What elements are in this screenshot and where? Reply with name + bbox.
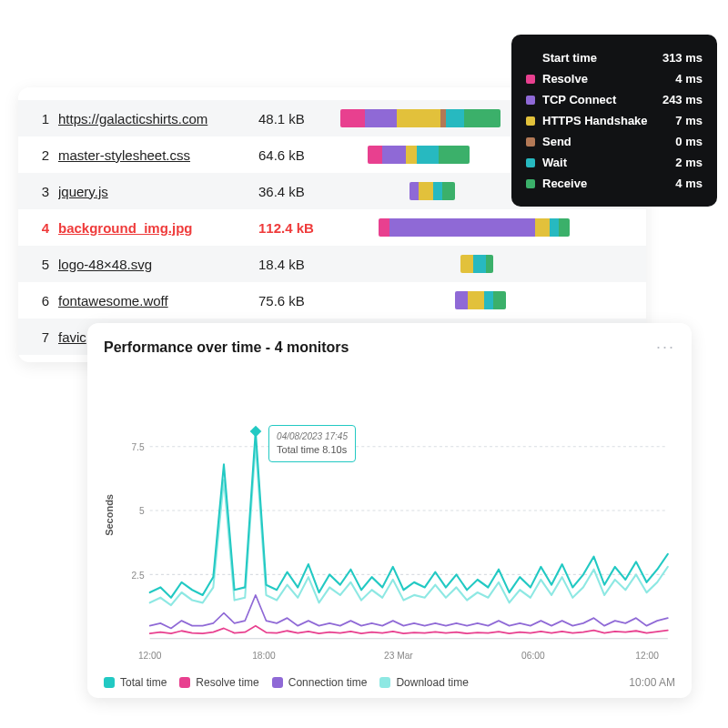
waterfall-row-index: 3 xyxy=(31,184,49,199)
legend-swatch-icon xyxy=(526,158,535,167)
timing-segment xyxy=(382,146,406,164)
waterfall-resource-size: 36.4 kB xyxy=(258,184,340,199)
tooltip-label: TCP Connect xyxy=(542,93,616,106)
waterfall-resource-size: 75.6 kB xyxy=(258,293,340,308)
timing-segment xyxy=(406,146,417,164)
timing-segment xyxy=(368,146,382,164)
tooltip-row: TCP Connect243 ms xyxy=(526,89,703,110)
waterfall-timing-bar[interactable] xyxy=(455,291,506,309)
svg-text:23 Mar: 23 Mar xyxy=(384,650,413,662)
waterfall-timing-bar[interactable] xyxy=(368,146,470,164)
tooltip-row: Wait2 ms xyxy=(526,152,703,173)
svg-text:7.5: 7.5 xyxy=(131,441,144,453)
waterfall-row[interactable]: 6fontawesome.woff75.6 kB xyxy=(18,282,646,318)
waterfall-timing-bar[interactable] xyxy=(460,255,493,273)
tooltip-label: Receive xyxy=(542,177,587,190)
timing-segment xyxy=(433,182,442,200)
tooltip-label: Start time xyxy=(542,51,597,65)
waterfall-resource-size: 112.4 kB xyxy=(258,220,340,236)
timing-segment xyxy=(559,218,570,237)
timing-segment xyxy=(486,255,493,273)
tooltip-label: Send xyxy=(542,135,571,148)
tooltip-value: 4 ms xyxy=(675,72,703,86)
svg-text:06:00: 06:00 xyxy=(521,650,545,662)
timing-segment xyxy=(340,109,365,127)
tooltip-value: 0 ms xyxy=(675,135,703,148)
waterfall-row-index: 1 xyxy=(31,111,49,126)
waterfall-row-index: 6 xyxy=(31,293,49,308)
svg-text:12:00: 12:00 xyxy=(138,650,162,662)
waterfall-row-index: 5 xyxy=(31,257,49,272)
tooltip-row: Send0 ms xyxy=(526,131,703,152)
legend-item[interactable]: Total time xyxy=(104,676,167,689)
timing-segment xyxy=(493,291,506,309)
timing-segment xyxy=(365,109,397,127)
svg-text:18:00: 18:00 xyxy=(252,650,276,662)
legend-label: Total time xyxy=(120,676,167,689)
timing-segment xyxy=(410,182,419,200)
timing-segment xyxy=(397,109,440,127)
performance-body: Seconds 2.557.512:0018:0023 Mar06:0012:0… xyxy=(104,362,675,667)
waterfall-row[interactable]: 5logo-48×48.svg18.4 kB xyxy=(18,246,646,282)
waterfall-timing-bar[interactable] xyxy=(379,218,570,237)
waterfall-resource-size: 64.6 kB xyxy=(258,147,340,163)
waterfall-resource-link[interactable]: fontawesome.woff xyxy=(58,293,258,308)
tooltip-label: HTTPS Handshake xyxy=(542,114,648,127)
svg-text:2.5: 2.5 xyxy=(131,569,144,581)
performance-plot[interactable]: 2.557.512:0018:0023 Mar06:0012:00 04/08/… xyxy=(118,362,675,667)
legend-swatch-icon xyxy=(104,677,115,688)
waterfall-row-index: 7 xyxy=(31,329,49,345)
waterfall-bar-track xyxy=(340,253,633,275)
tooltip-row: Start time313 ms xyxy=(526,47,703,68)
tooltip-value: 4 ms xyxy=(675,177,703,190)
waterfall-resource-link[interactable]: background_img.jpg xyxy=(58,220,258,236)
performance-header: Performance over time - 4 monitors ··· xyxy=(104,338,675,357)
legend-swatch-icon xyxy=(526,96,535,105)
performance-card: Performance over time - 4 monitors ··· S… xyxy=(87,323,692,698)
timing-segment xyxy=(446,109,464,127)
legend-swatch-icon xyxy=(272,677,283,688)
waterfall-resource-link[interactable]: https://galacticshirts.com xyxy=(58,111,258,126)
waterfall-bar-track xyxy=(340,217,633,238)
timing-segment xyxy=(389,218,535,237)
performance-title: Performance over time - 4 monitors xyxy=(104,339,349,356)
tooltip-label: Wait xyxy=(542,156,567,169)
waterfall-row-index: 2 xyxy=(31,147,49,163)
legend-label: Connection time xyxy=(288,676,368,689)
waterfall-bar-track xyxy=(340,289,633,311)
timing-segment xyxy=(439,146,470,164)
waterfall-timing-bar[interactable] xyxy=(340,109,500,127)
timing-segment xyxy=(464,109,500,127)
timing-segment xyxy=(473,255,486,273)
timing-segment xyxy=(419,182,433,200)
timing-segment xyxy=(417,146,439,164)
legend-item[interactable]: Resolve time xyxy=(179,676,258,689)
tooltip-row: Receive4 ms xyxy=(526,173,703,194)
tooltip-row: Resolve4 ms xyxy=(526,68,703,89)
waterfall-resource-link[interactable]: jquery.js xyxy=(58,184,258,199)
timing-segment xyxy=(442,182,455,200)
timing-segment xyxy=(468,291,484,309)
tooltip-value: 7 ms xyxy=(675,114,703,127)
legend-item[interactable]: Download time xyxy=(379,676,468,689)
performance-legend: Total timeResolve timeConnection timeDow… xyxy=(104,667,675,689)
tooltip-row: HTTPS Handshake7 ms xyxy=(526,110,703,131)
timing-segment xyxy=(535,218,550,237)
waterfall-row[interactable]: 4background_img.jpg112.4 kB xyxy=(18,209,646,246)
waterfall-resource-link[interactable]: master-stylesheet.css xyxy=(58,147,258,163)
tooltip-value: 313 ms xyxy=(662,51,703,65)
legend-item[interactable]: Connection time xyxy=(272,676,368,689)
legend-label: Download time xyxy=(396,676,468,689)
legend-swatch-icon xyxy=(179,677,190,688)
card-menu-button[interactable]: ··· xyxy=(656,338,675,357)
waterfall-resource-size: 18.4 kB xyxy=(258,257,340,272)
legend-label: Resolve time xyxy=(196,676,258,689)
legend-swatch-icon xyxy=(526,116,535,126)
card-timestamp: 10:00 AM xyxy=(629,676,675,689)
timing-tooltip: Start time313 msResolve4 msTCP Connect24… xyxy=(511,35,717,207)
waterfall-resource-link[interactable]: logo-48×48.svg xyxy=(58,257,258,272)
tooltip-value: 243 ms xyxy=(662,93,703,106)
timing-segment xyxy=(484,291,493,309)
y-axis-label: Seconds xyxy=(104,494,115,536)
waterfall-timing-bar[interactable] xyxy=(410,182,455,200)
